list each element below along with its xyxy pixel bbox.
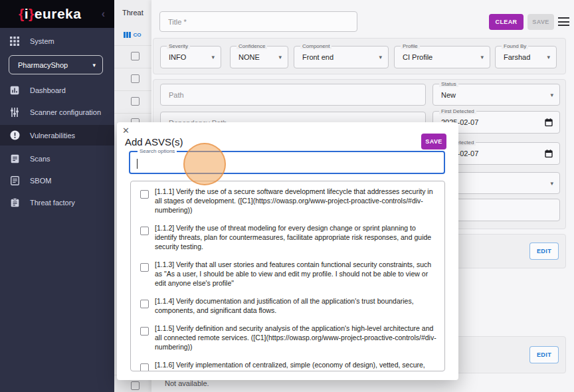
asvs-option[interactable]: [1.1.1] Verify the use of a secure softw… — [131, 187, 444, 215]
asvs-option[interactable]: [1.1.4] Verify documentation and justifi… — [131, 296, 444, 315]
sidebar-item-threat-factory[interactable]: Threat factory — [0, 193, 114, 211]
chevron-down-icon: ▾ — [550, 180, 553, 187]
component-label: Component — [300, 43, 332, 49]
background-page-title: Threat — [122, 9, 144, 17]
sidebar-item-label: Dashboard — [30, 86, 66, 94]
logo-bar: {i}eureka ‹ — [0, 0, 114, 28]
project-select-value: PharmacyShop — [18, 61, 68, 69]
chevron-down-icon: ▾ — [211, 54, 215, 60]
calendar-icon[interactable] — [545, 118, 553, 127]
confidence-label: Confidence — [237, 43, 267, 49]
checkbox[interactable] — [140, 363, 149, 371]
alert-icon — [9, 130, 20, 141]
classification-card: Severity INFO ▾ Confidence NONE ▾ Compon… — [153, 38, 566, 74]
checkbox[interactable] — [140, 300, 149, 308]
save-button[interactable]: SAVE — [527, 14, 554, 30]
severity-select[interactable]: Severity INFO ▾ — [160, 46, 221, 68]
close-icon[interactable]: ✕ — [122, 126, 130, 136]
checkbox[interactable] — [140, 327, 149, 336]
calendar-icon[interactable] — [545, 149, 553, 158]
asvs-option[interactable]: [1.1.5] Verify definition and security a… — [131, 324, 444, 351]
checkbox[interactable] — [140, 263, 149, 272]
sliders-icon — [9, 107, 20, 118]
app-root: Threat CO CLEAR SAVE Severity INFO ▾ — [0, 0, 574, 392]
checkbox[interactable] — [140, 227, 149, 235]
path-input[interactable] — [161, 84, 425, 105]
sidebar-item-sbom[interactable]: SBOM — [0, 171, 114, 189]
profile-value: CI Profile — [403, 53, 432, 61]
clipboard-icon — [9, 197, 20, 208]
edit-button-lower[interactable]: EDIT — [529, 346, 559, 363]
severity-label: Severity — [167, 43, 190, 49]
modal-title: Add ASVS(s) — [125, 136, 183, 147]
chevron-down-icon: ▾ — [278, 54, 282, 60]
component-value: Front end — [302, 53, 334, 61]
menu-icon[interactable] — [558, 17, 569, 26]
sidebar-item-scans[interactable]: Scans — [0, 149, 114, 167]
columns-button-label: CO — [134, 32, 142, 38]
row-checkbox[interactable] — [131, 52, 140, 60]
sidebar-item-label: SBOM — [30, 177, 51, 185]
row-checkbox[interactable] — [131, 74, 140, 83]
not-available-text: Not available. — [165, 379, 209, 387]
chevron-down-icon: ▾ — [547, 54, 550, 60]
asvs-option-text: [1.1.2] Verify the use of threat modelin… — [155, 223, 436, 251]
chevron-down-icon: ▾ — [550, 92, 553, 98]
scans-icon — [9, 153, 20, 164]
sidebar-item-label: Scans — [30, 155, 50, 163]
found-by-label: Found By — [502, 43, 528, 49]
sidebar: {i}eureka ‹ System PharmacyShop ▾ Dashbo… — [0, 0, 114, 392]
asvs-option-text: [1.1.3] Verify that all user stories and… — [155, 260, 436, 288]
row-checkbox[interactable] — [131, 97, 140, 106]
collapse-sidebar-icon[interactable]: ‹ — [102, 8, 105, 20]
confidence-select[interactable]: Confidence NONE ▾ — [230, 46, 288, 68]
confidence-value: NONE — [239, 53, 260, 61]
checkbox[interactable] — [140, 190, 149, 199]
text-cursor — [137, 159, 138, 169]
columns-button[interactable]: CO — [124, 32, 142, 38]
asvs-options-list[interactable]: [1.1.1] Verify the use of a secure softw… — [130, 181, 445, 371]
asvs-option[interactable]: [1.1.2] Verify the use of threat modelin… — [131, 223, 444, 251]
component-select[interactable]: Component Front end ▾ — [294, 46, 389, 68]
project-select[interactable]: PharmacyShop ▾ — [9, 55, 103, 74]
search-options-label: Search options — [138, 148, 177, 154]
found-by-value: Farshad — [504, 53, 530, 61]
chevron-down-icon: ▾ — [480, 54, 484, 60]
asvs-option[interactable]: [1.1.3] Verify that all user stories and… — [131, 260, 444, 288]
sidebar-item-label: Scanner configuration — [30, 108, 101, 116]
profile-label: Profile — [401, 43, 420, 49]
search-options-field[interactable]: Search options — [129, 151, 445, 174]
path-field[interactable] — [160, 84, 426, 106]
sidebar-item-label: Threat factory — [30, 199, 75, 207]
sidebar-item-vulnerabilities[interactable]: Vulnerabilities — [0, 125, 114, 146]
dashboard-icon — [9, 85, 20, 96]
asvs-option-text: [1.1.4] Verify documentation and justifi… — [155, 296, 436, 315]
profile-select[interactable]: Profile CI Profile ▾ — [394, 46, 490, 68]
eureka-logo: {i}eureka — [19, 6, 81, 22]
asvs-option[interactable]: [1.1.6] Verify implementation of central… — [131, 360, 444, 371]
sidebar-item-label: System — [30, 37, 54, 45]
add-asvs-modal: ✕ Add ASVS(s) SAVE Search options [1.1.1… — [117, 122, 458, 380]
edit-button-upper[interactable]: EDIT — [529, 243, 559, 260]
first-detected-label: First Detected — [439, 108, 476, 114]
grid-icon — [9, 36, 20, 47]
asvs-option-text: [1.1.1] Verify the use of a secure softw… — [155, 187, 436, 215]
title-input[interactable] — [160, 12, 357, 31]
clear-button[interactable]: CLEAR — [489, 14, 524, 30]
title-field[interactable] — [159, 11, 357, 32]
chevron-down-icon: ▾ — [379, 54, 382, 60]
severity-value: INFO — [169, 53, 186, 61]
sidebar-item-system[interactable]: System — [0, 32, 114, 50]
sbom-icon — [9, 175, 20, 186]
sidebar-item-label: Vulnerabilities — [30, 132, 75, 140]
columns-icon — [124, 32, 131, 38]
modal-save-button[interactable]: SAVE — [421, 134, 446, 149]
status-value: New — [441, 91, 456, 99]
status-label: Status — [439, 81, 458, 87]
found-by-select[interactable]: Found By Farshad ▾ — [495, 46, 557, 68]
asvs-option-text: [1.1.6] Verify implementation of central… — [155, 360, 436, 371]
sidebar-item-dashboard[interactable]: Dashboard — [0, 81, 114, 99]
status-select[interactable]: Status New ▾ — [432, 84, 560, 106]
sidebar-item-scanner-configuration[interactable]: Scanner configuration — [0, 103, 114, 121]
row-checkbox[interactable] — [131, 381, 140, 390]
